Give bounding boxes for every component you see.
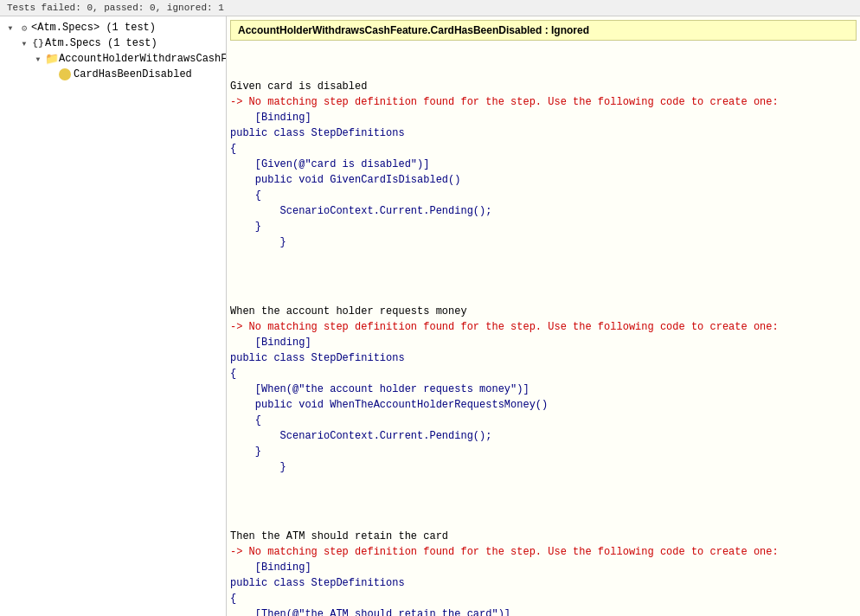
status-bar: Tests failed: 0, passed: 0, ignored: 1 xyxy=(0,0,860,16)
tree-item-account-holder[interactable]: 📁 AccountHolderWithdrawsCashFeature xyxy=(0,51,226,67)
spacer-icon xyxy=(45,67,59,81)
main-container: ⚙ <Atm.Specs> (1 test) {} Atm.Specs (1 t… xyxy=(0,16,860,616)
tree-item-atm-specs[interactable]: {} Atm.Specs (1 test) xyxy=(0,35,226,51)
arrow-down-icon xyxy=(3,21,17,35)
folder-icon: 📁 xyxy=(45,52,59,66)
tree-item-label: <Atm.Specs> (1 test) xyxy=(31,22,156,34)
step-block-0: Given card is disabled -> No matching st… xyxy=(230,79,857,250)
curly-brace-icon: {} xyxy=(31,36,45,50)
step-text-2: Then the ATM should retain the card xyxy=(230,530,448,542)
step-code-0: [Binding] public class StepDefinitions {… xyxy=(230,112,491,248)
tree-item-card-disabled[interactable]: CardHasBeenDisabled xyxy=(0,67,226,82)
step-arrow-1: -> No matching step definition found for… xyxy=(230,321,779,333)
arrow-down-icon-3 xyxy=(31,52,45,66)
tree-item-label: Atm.Specs (1 test) xyxy=(45,37,157,49)
step-text-1: When the account holder requests money xyxy=(230,305,467,318)
step-block-1: When the account holder requests money -… xyxy=(230,304,857,475)
left-panel: ⚙ <Atm.Specs> (1 test) {} Atm.Specs (1 t… xyxy=(0,16,227,616)
tree-item-label: AccountHolderWithdrawsCashFeature xyxy=(59,53,227,65)
output-header: AccountHolderWithdrawsCashFeature.CardHa… xyxy=(230,20,857,41)
ignored-icon xyxy=(59,68,71,80)
step-code-2: [Binding] public class StepDefinitions {… xyxy=(230,561,523,616)
gear-icon: ⚙ xyxy=(17,21,31,35)
status-text: Tests failed: 0, passed: 0, ignored: 1 xyxy=(7,3,224,13)
arrow-down-icon-2 xyxy=(17,36,31,50)
tree-item-atm-specs-root[interactable]: ⚙ <Atm.Specs> (1 test) xyxy=(0,20,226,35)
tree-item-label: CardHasBeenDisabled xyxy=(74,68,192,80)
step-arrow-2: -> No matching step definition found for… xyxy=(230,546,779,558)
step-arrow-0: -> No matching step definition found for… xyxy=(230,96,779,108)
step-block-2: Then the ATM should retain the card -> N… xyxy=(230,529,857,616)
step-code-1: [Binding] public class StepDefinitions {… xyxy=(230,337,548,473)
step-text-0: Given card is disabled xyxy=(230,80,367,93)
right-panel: AccountHolderWithdrawsCashFeature.CardHa… xyxy=(227,16,860,616)
output-content: Given card is disabled -> No matching st… xyxy=(230,48,857,616)
